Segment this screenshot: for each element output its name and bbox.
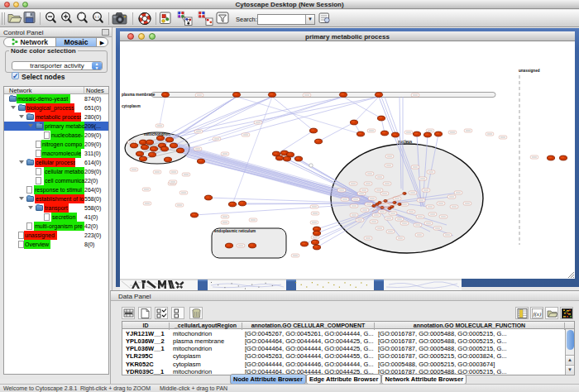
svg-text:plasma membrane: plasma membrane xyxy=(122,93,156,97)
svg-text:cytoplasm: cytoplasm xyxy=(122,104,141,108)
svg-text:1:1: 1:1 xyxy=(95,15,100,19)
svg-text:endoplasmic reticulum: endoplasmic reticulum xyxy=(214,229,256,233)
svg-text:unassigned: unassigned xyxy=(519,69,540,73)
svg-text:f(x): f(x) xyxy=(534,311,542,318)
